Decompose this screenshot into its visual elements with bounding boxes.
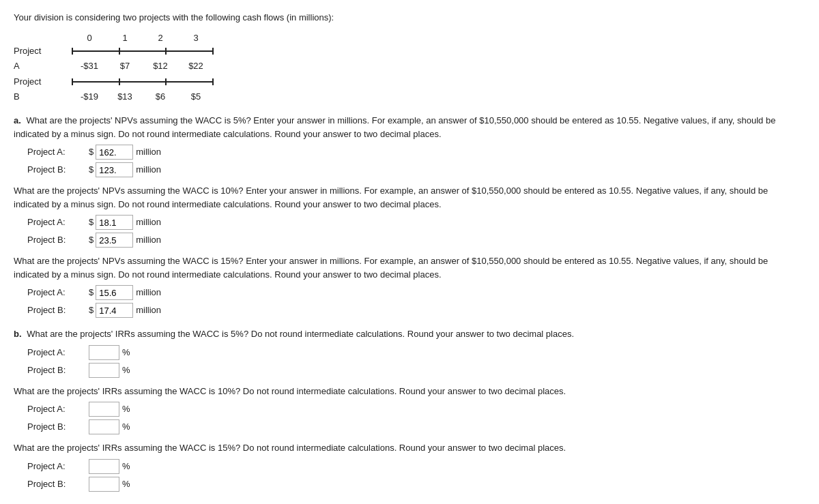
irr-15-a-label: Project A: <box>27 460 89 473</box>
proj-b-label: Project <box>14 75 72 89</box>
npv-10-b-unit: million <box>136 233 161 247</box>
npv-15-question-text: What are the projects' NPVs assuming the… <box>14 254 805 281</box>
irr-5-b-unit: % <box>122 364 130 377</box>
irr-15-a-row: Project A: % <box>14 459 805 474</box>
npv-10-a-unit: million <box>136 216 161 229</box>
timeline-section: 0 1 2 3 Project A -$31 $7 $12 $22 <box>14 31 805 104</box>
npv-5-b-label: Project B: <box>27 163 89 177</box>
npv-10-a-row: Project A: $ million <box>14 215 805 230</box>
npv-10-b-row: Project B: $ million <box>14 233 805 248</box>
npv-15-b-unit: million <box>136 303 161 317</box>
npv-15-b-row: Project B: $ million <box>14 303 805 318</box>
npv-15-b-dollar: $ <box>89 303 94 317</box>
proj-a-sub: A <box>14 59 72 73</box>
npv-5-block: a. What are the projects' NPVs assuming … <box>14 114 805 177</box>
npv-5-a-label: Project A: <box>27 145 89 159</box>
npv-10-a-label: Project A: <box>27 216 89 229</box>
irr-5-a-row: Project A: % <box>14 345 805 360</box>
proj-a-val-1: $7 <box>107 59 143 73</box>
irr-5-a-label: Project A: <box>27 346 89 359</box>
proj-b-val-0: -$19 <box>72 90 107 104</box>
irr-5-b-input[interactable] <box>89 363 119 378</box>
npv-5-question-text: a. What are the projects' NPVs assuming … <box>14 114 805 140</box>
irr-10-a-row: Project A: % <box>14 402 805 417</box>
npv-15-a-unit: million <box>136 286 161 299</box>
part-b-label: b. <box>14 329 22 339</box>
proj-b-val-1: $13 <box>107 90 143 104</box>
irr-15-question-text: What are the projects' IRRs assuming the… <box>14 441 805 455</box>
irr-5-question-text: b. What are the projects' IRRs assuming … <box>14 327 805 341</box>
irr-10-b-row: Project B: % <box>14 419 805 434</box>
npv-5-b-unit: million <box>136 163 161 177</box>
choose-5-question-text: c. If the WACC was 5% and A and B were m… <box>14 501 805 505</box>
part-a-section: a. What are the projects' NPVs assuming … <box>14 114 805 318</box>
irr-10-a-unit: % <box>122 402 130 416</box>
irr-10-question-text: What are the projects' IRRs assuming the… <box>14 385 805 398</box>
npv-10-b-dollar: $ <box>89 233 94 247</box>
npv-10-a-input[interactable] <box>96 215 133 230</box>
part-b-section: b. What are the projects' IRRs assuming … <box>14 327 805 492</box>
npv-5-b-dollar: $ <box>89 163 94 177</box>
part-a-label: a. <box>14 115 21 125</box>
period-1: 1 <box>107 31 143 45</box>
irr-15-b-unit: % <box>122 477 130 491</box>
irr-10-a-input[interactable] <box>89 402 119 417</box>
irr-5-a-input[interactable] <box>89 345 119 360</box>
irr-10-a-label: Project A: <box>27 402 89 416</box>
proj-b-val-3: $5 <box>178 90 214 104</box>
npv-10-a-dollar: $ <box>89 216 94 229</box>
irr-5-b-label: Project B: <box>27 364 89 377</box>
npv-10-b-label: Project B: <box>27 233 89 247</box>
intro-text: Your division is considering two project… <box>14 11 805 25</box>
proj-a-val-0: -$31 <box>72 59 107 73</box>
irr-10-b-label: Project B: <box>27 420 89 434</box>
proj-a-val-2: $12 <box>143 59 178 73</box>
proj-b-val-2: $6 <box>143 90 178 104</box>
period-0: 0 <box>72 31 107 45</box>
proj-a-label: Project <box>14 44 72 58</box>
npv-5-a-dollar: $ <box>89 145 94 159</box>
npv-15-a-dollar: $ <box>89 286 94 299</box>
irr-15-a-input[interactable] <box>89 459 119 474</box>
npv-5-b-input[interactable] <box>96 162 133 177</box>
irr-15-b-label: Project B: <box>27 477 89 491</box>
period-3: 3 <box>178 31 214 45</box>
irr-15-b-input[interactable] <box>89 477 119 492</box>
npv-10-question-text: What are the projects' NPVs assuming the… <box>14 184 805 211</box>
npv-10-block: What are the projects' NPVs assuming the… <box>14 184 805 248</box>
irr-10-b-input[interactable] <box>89 419 119 434</box>
npv-5-a-input[interactable] <box>96 145 133 160</box>
choose-5-block: c. If the WACC was 5% and A and B were m… <box>14 501 805 505</box>
npv-15-a-input[interactable] <box>96 285 133 300</box>
npv-15-b-input[interactable] <box>96 303 133 318</box>
npv-5-a-unit: million <box>136 145 161 159</box>
irr-15-a-unit: % <box>122 460 130 473</box>
npv-10-b-input[interactable] <box>96 233 133 248</box>
npv-15-block: What are the projects' NPVs assuming the… <box>14 254 805 318</box>
period-2: 2 <box>143 31 178 45</box>
irr-15-block: What are the projects' IRRs assuming the… <box>14 441 805 492</box>
part-c-section: c. If the WACC was 5% and A and B were m… <box>14 501 805 505</box>
irr-10-block: What are the projects' IRRs assuming the… <box>14 385 805 435</box>
npv-5-a-row: Project A: $ million <box>14 145 805 160</box>
npv-15-a-label: Project A: <box>27 286 89 299</box>
proj-b-sub: B <box>14 90 72 104</box>
npv-5-b-row: Project B: $ million <box>14 162 805 177</box>
irr-5-block: b. What are the projects' IRRs assuming … <box>14 327 805 378</box>
proj-a-val-3: $22 <box>178 59 214 73</box>
npv-15-a-row: Project A: $ million <box>14 285 805 300</box>
npv-15-b-label: Project B: <box>27 303 89 317</box>
irr-5-a-unit: % <box>122 346 130 359</box>
irr-10-b-unit: % <box>122 420 130 434</box>
irr-15-b-row: Project B: % <box>14 477 805 492</box>
irr-5-b-row: Project B: % <box>14 363 805 378</box>
